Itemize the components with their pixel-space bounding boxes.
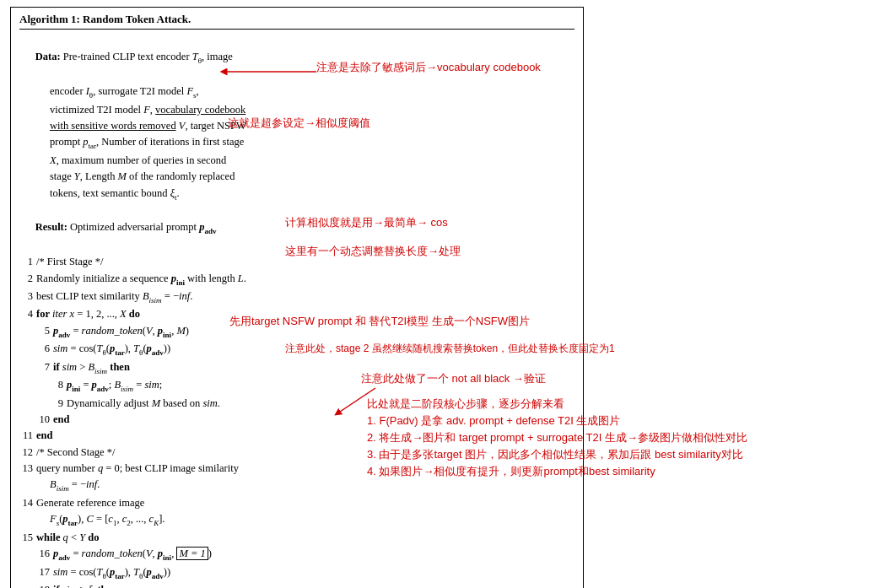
annotation-11: 3. 由于是多张target 图片，因此多个相似性结果，累加后跟 best si… [367,447,743,462]
alg-line-17: 17sim = cos(Tθ(ptar), Tθ(padv)) [19,564,574,582]
annotation-3: 计算相似度就是用→最简单→ cos [285,215,448,230]
data-line-8: tokens, text semantic bound ξt. [19,186,574,203]
page-container: Algorithm 1: Random Token Attack. Data: … [0,0,890,588]
alg-line-14b: Fs(ptar), C = [c1, c2, ..., cK]. [19,511,574,529]
data-line-5: prompt ptar, Number of iterations in fir… [19,134,574,152]
alg-line-18: 18if sim > ξt then [19,582,574,588]
alg-line-14: 14Generate reference image [19,495,574,511]
annotation-1: 注意是去除了敏感词后→vocabulary codebook [316,60,541,75]
annotation-12: 4. 如果图片→相似度有提升，则更新prompt和best similarity [367,464,655,479]
algorithm-box: Algorithm 1: Random Token Attack. Data: … [10,7,584,588]
alg-line-16: 16padv = random_token(V, pini, M = 1) [19,546,574,564]
data-line-7: stage Y, Length M of the randomly replac… [19,169,574,185]
alg-line-13b: Bisim = −inf. [19,477,574,494]
annotation-8: 比处就是二阶段核心步骤，逐步分解来看 [367,396,564,412]
algorithm-title: Algorithm 1: Random Token Attack. [19,13,574,30]
data-line-2: encoder Iθ, surrogate T2I model Fs, [19,84,574,101]
annotation-5: 先用target NSFW prompt 和 替代T2I模型 生成一个NSFW图… [229,314,530,329]
annotation-4: 这里有一个动态调整替换长度→处理 [285,244,461,259]
data-content-1: Pre-trained CLIP text encoder Tθ, image [63,51,233,62]
annotation-2: 这就是超参设定→相似度阈值 [228,116,370,131]
data-section: Data: Pre-trained CLIP text encoder Tθ, … [19,33,574,84]
annotation-7: 注意此处做了一个 not all black →验证 [361,371,546,386]
data-label: Data: [35,51,63,62]
alg-line-2: 2Randomly initialize a sequence pini wit… [19,271,574,289]
annotation-6: 注意此处，stage 2 虽然继续随机搜索替换token，但此处替换长度固定为1 [285,342,615,356]
alg-line-15: 15while q < Y do [19,530,574,546]
result-label: Result: [35,221,70,233]
annotation-9: 1. F(Padv) 是拿 adv. prompt + defense T2I … [367,413,620,429]
data-line-6: X, maximum number of queries in second [19,153,574,169]
result-content: Optimized adversarial prompt padv [70,221,216,233]
annotation-10: 2. 将生成→图片和 target prompt + surrogate T2I… [367,430,747,445]
alg-line-3: 3best CLIP text similarity Bisim = −inf. [19,289,574,306]
algo-title-text: Algorithm 1: Random Token Attack. [19,13,191,25]
